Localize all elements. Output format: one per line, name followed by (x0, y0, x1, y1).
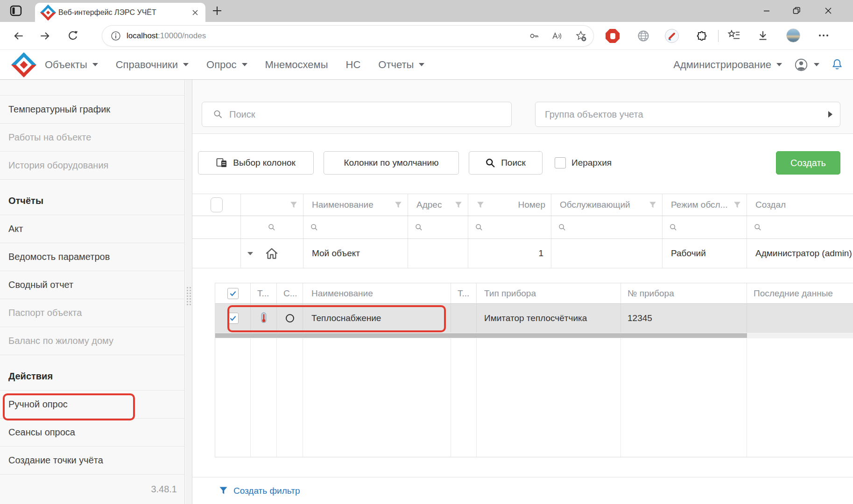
search-input[interactable] (229, 109, 504, 120)
globe-extension-icon[interactable] (637, 29, 650, 42)
point-device-number-cell[interactable]: 12345 (621, 304, 747, 333)
nav-polling[interactable]: Опрос (206, 59, 247, 71)
nav-administration[interactable]: Администрирование (673, 59, 782, 71)
site-info-icon[interactable] (111, 31, 121, 41)
group-select[interactable] (535, 102, 840, 127)
nodes-col-name[interactable]: Наименование (303, 194, 408, 216)
adblock-extension-icon[interactable] (606, 29, 620, 43)
sidebar-item-act[interactable]: Акт (0, 215, 184, 243)
address-bar[interactable]: localhost:10000/nodes (102, 26, 593, 46)
window-close-button[interactable] (818, 4, 839, 18)
select-columns-button[interactable]: Выбор колонок (198, 151, 314, 175)
filter-funnel-icon[interactable] (290, 201, 297, 209)
reload-icon[interactable] (65, 28, 80, 43)
points-col-type[interactable]: Т... (251, 283, 277, 303)
sidebar-item-poll-sessions[interactable]: Сеансы опроса (0, 419, 184, 447)
scrollbar-thumb[interactable] (215, 333, 747, 338)
window-restore-button[interactable] (786, 4, 807, 18)
sidebar-item-temperature-graph[interactable]: Температурный график (0, 96, 184, 124)
point-row-checkbox[interactable] (215, 304, 251, 333)
nav-reports[interactable]: Отчеты (378, 59, 424, 71)
sidebar-item-site-works[interactable]: Работы на объекте (0, 124, 184, 152)
downloads-icon[interactable] (756, 29, 769, 42)
points-col-device-number[interactable]: № прибора (621, 283, 747, 303)
point-row[interactable]: Теплоснабжение Имитатор теплосчётчика 12… (215, 304, 853, 333)
filter-cell-address[interactable] (408, 216, 468, 238)
nodes-col-number[interactable]: Номер (468, 194, 551, 216)
default-columns-button[interactable]: Колонки по умолчанию (324, 151, 459, 175)
nodes-col-address[interactable]: Адрес (408, 194, 468, 216)
points-col-name[interactable]: Наименование (303, 283, 451, 303)
password-key-icon[interactable] (529, 31, 539, 41)
nodes-col-serving[interactable]: Обслуживающий (551, 194, 663, 216)
select-all-checkbox[interactable] (192, 194, 241, 216)
nav-mnemoschemes[interactable]: Мнемосхемы (265, 59, 328, 71)
workspaces-icon[interactable] (9, 4, 22, 17)
user-menu[interactable] (794, 58, 819, 72)
hierarchy-toggle[interactable]: Иерархия (555, 151, 612, 175)
filter-cell-icon[interactable] (241, 216, 303, 238)
filter-funnel-icon[interactable] (477, 201, 484, 209)
nodes-col-created-by[interactable]: Создал (747, 194, 853, 216)
points-select-all-checkbox[interactable] (215, 283, 251, 303)
points-col-last-data[interactable]: Последние данные (747, 283, 853, 303)
expand-right-icon[interactable] (828, 111, 832, 118)
points-col-device-type[interactable]: Тип прибора (477, 283, 621, 303)
sidebar-item-summary-report[interactable]: Сводный отчет (0, 271, 184, 299)
nav-objects[interactable]: Объекты (45, 59, 98, 71)
read-aloud-icon[interactable] (551, 31, 563, 41)
back-icon[interactable] (11, 28, 26, 43)
filter-funnel-icon[interactable] (649, 201, 656, 209)
create-button[interactable]: Создать (776, 151, 840, 175)
window-minimize-button[interactable] (756, 4, 777, 18)
group-input[interactable] (545, 109, 828, 120)
nav-ns[interactable]: НС (346, 59, 361, 71)
nodes-col-service-mode[interactable]: Режим обсл... (663, 194, 747, 216)
filter-funnel-icon[interactable] (455, 201, 462, 209)
browser-menu-icon[interactable] (819, 35, 828, 36)
sidebar-item-object-passport[interactable]: Паспорт объекта (0, 299, 184, 327)
nav-directories[interactable]: Справочники (116, 59, 189, 71)
node-service-mode-cell[interactable]: Рабочий (663, 239, 747, 268)
filter-cell-service-mode[interactable] (663, 216, 747, 238)
filter-cell-created-by[interactable] (747, 216, 853, 238)
collapse-caret-icon[interactable] (247, 252, 253, 255)
notifications-bell-icon[interactable] (832, 58, 843, 71)
filter-cell-name[interactable] (303, 216, 408, 238)
node-serving-cell[interactable] (551, 239, 663, 268)
sidebar-item-create-metering-point[interactable]: Создание точки учёта (0, 447, 184, 475)
hierarchy-checkbox[interactable] (555, 157, 566, 168)
rocket-extension-icon[interactable] (665, 29, 679, 43)
sidebar-item-parameter-sheet[interactable]: Ведомость параметров (0, 243, 184, 271)
node-row-select-cell[interactable] (192, 239, 241, 268)
points-col-status[interactable]: С... (277, 283, 303, 303)
filter-cell-serving[interactable] (551, 216, 663, 238)
add-favorite-star-icon[interactable] (575, 30, 587, 42)
sidebar-item-equipment-history[interactable]: История оборудования (0, 152, 184, 180)
filter-funnel-icon[interactable] (733, 201, 741, 209)
search-button[interactable]: Поиск (469, 151, 543, 175)
point-device-type-cell[interactable]: Имитатор теплосчётчика (477, 304, 621, 333)
forward-icon[interactable] (37, 28, 52, 43)
browser-tab[interactable]: Веб-интерфейс ЛЭРС УЧЁТ (35, 3, 205, 22)
create-filter-link[interactable]: Создать фильтр (233, 486, 300, 496)
points-col-t[interactable]: Т... (451, 283, 477, 303)
tab-close-icon[interactable] (190, 8, 200, 17)
search-pill[interactable] (202, 102, 512, 127)
sidebar-item-manual-poll[interactable]: Ручной опрос (0, 391, 184, 419)
node-created-by-cell[interactable]: Администратор (admin) (747, 239, 853, 268)
node-name-cell[interactable]: Мой объект (303, 239, 408, 268)
point-name-cell[interactable]: Теплоснабжение (303, 304, 451, 333)
sidebar-item-house-balance[interactable]: Баланс по жилому дому (0, 327, 184, 355)
favorites-hub-icon[interactable] (727, 29, 740, 41)
filter-funnel-icon[interactable] (395, 201, 402, 209)
extensions-puzzle-icon[interactable] (696, 29, 709, 42)
sidebar-splitter[interactable] (185, 80, 192, 504)
profile-avatar[interactable] (786, 28, 800, 42)
node-address-cell[interactable] (408, 239, 468, 268)
filter-cell-number[interactable] (468, 216, 551, 238)
node-number-cell[interactable]: 1 (468, 239, 551, 268)
new-tab-button[interactable] (211, 5, 223, 17)
node-row[interactable]: Мой объект 1 Рабочий Администратор (admi… (192, 239, 853, 268)
nodes-col-icon[interactable] (241, 194, 303, 216)
